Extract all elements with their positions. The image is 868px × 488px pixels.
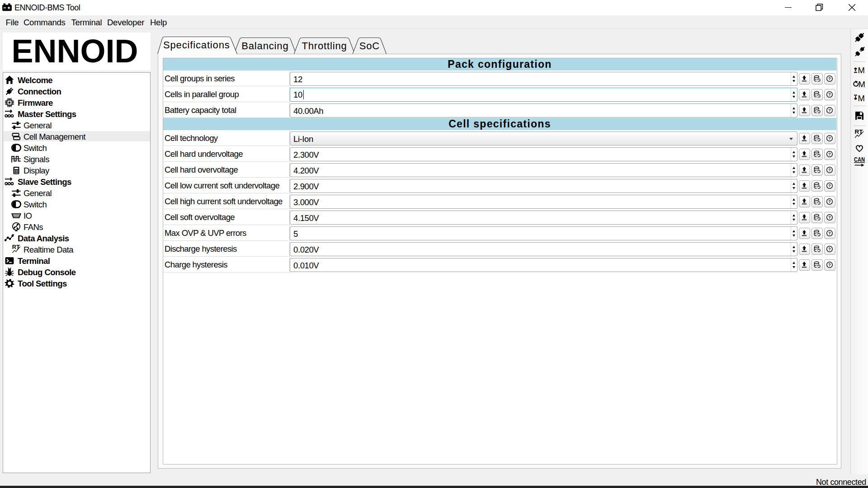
svg-text:?: ? [828, 108, 831, 113]
svg-text:?: ? [828, 92, 831, 97]
svg-text:?: ? [828, 136, 831, 141]
svg-text:?: ? [828, 247, 831, 252]
svg-text:?: ? [828, 183, 831, 188]
svg-text:?: ? [828, 152, 831, 157]
svg-text:RT: RT [12, 244, 19, 250]
svg-text:?: ? [828, 263, 831, 267]
svg-text:RT: RT [855, 128, 863, 135]
svg-text:CAN: CAN [854, 155, 865, 163]
svg-text:M: M [859, 80, 865, 89]
svg-text:M: M [858, 94, 865, 103]
svg-text:?: ? [828, 168, 831, 173]
svg-text:?: ? [828, 231, 831, 236]
svg-text:M: M [858, 66, 865, 75]
svg-text:?: ? [828, 199, 831, 204]
svg-text:?: ? [828, 215, 831, 220]
svg-text:?: ? [828, 76, 831, 81]
